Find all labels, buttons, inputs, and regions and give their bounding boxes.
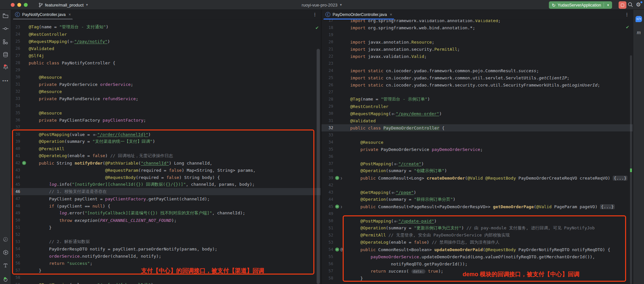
endpoint-icon[interactable]: ▸	[335, 248, 339, 251]
code-line[interactable]: 30@RequestMapping(⊕˅"/pay/demo-order")	[322, 110, 633, 117]
code-line[interactable]: 26import static cn.iocoder.yudao.framewo…	[322, 81, 633, 88]
code-line[interactable]: 22import javax.validation.Valid;	[322, 53, 633, 60]
code-line[interactable]: 34 @Resource	[322, 139, 633, 146]
code-line[interactable]: 37 @PostMapping(⊕˅"/create")	[322, 160, 633, 167]
code-line[interactable]: 51 @Operation(summary = "更新示例订单为已支付") //…	[322, 224, 633, 232]
close-tab-icon[interactable]: ×	[390, 12, 392, 17]
code-line[interactable]: 38 @Operation(summary = "创建示例订单")	[322, 167, 633, 174]
code-line[interactable]: 53 @OperateLog(enable = false) // 禁用操作日志…	[322, 239, 633, 246]
minimize-window-button[interactable]	[17, 3, 21, 7]
code-line[interactable]: 17import org.springframework.validation.…	[322, 20, 633, 24]
code-line[interactable]: 35 @Resource	[11, 109, 321, 116]
code-line[interactable]: 40 @PermitAll	[11, 145, 321, 152]
url-globe-inlay-icon[interactable]: ⊕˅	[93, 283, 97, 284]
code-line[interactable]: 29	[11, 66, 321, 74]
code-line[interactable]: 56 return "success";	[11, 260, 321, 267]
code-line[interactable]: 25@RequestMapping(⊕˅"/pay/notify")	[11, 38, 321, 45]
code-line[interactable]: 27@Slf4j	[11, 52, 321, 59]
code-line[interactable]: 37	[11, 124, 321, 131]
close-window-button[interactable]	[11, 3, 15, 7]
code-line[interactable]: 55 payDemoOrderService.updateDemoOrderPa…	[322, 253, 633, 260]
code-line[interactable]: 32 @Resource	[11, 88, 321, 95]
folded-code-chip[interactable]: {...}	[613, 176, 627, 181]
git-branch-widget[interactable]: feature/mall_product ▼	[38, 0, 88, 10]
code-line[interactable]: 52	[11, 231, 321, 238]
code-line[interactable]: 42▸ public String notifyOrder(@PathVaria…	[11, 159, 321, 167]
code-line[interactable]: 47 PayClient payClient = payClientFactor…	[11, 195, 321, 202]
more-icon[interactable]: •••	[0, 77, 11, 85]
url-globe-inlay-icon[interactable]: ⊕˅	[394, 219, 398, 223]
code-line[interactable]: 25import static cn.iocoder.yudao.framewo…	[322, 74, 633, 81]
inspection-ok-icon[interactable]: ✔	[626, 25, 629, 30]
code-line[interactable]: 28public class PayNotifyController {	[11, 59, 321, 66]
code-line[interactable]: 34	[11, 102, 321, 109]
code-line[interactable]: 54 PayOrderRespDTO notify = payClient.pa…	[11, 245, 321, 252]
commit-icon[interactable]	[0, 25, 11, 33]
code-line[interactable]: 46 // 1. 校验支付渠道是否存在	[11, 188, 321, 195]
rerun-icon[interactable]: ↻	[552, 3, 556, 8]
code-line[interactable]: 24@RestController	[11, 31, 321, 38]
inspection-ok-icon[interactable]: ✔	[315, 25, 319, 30]
code-line[interactable]: 55 orderService.notifyOrder(channelId, n…	[11, 252, 321, 260]
endpoint-icon[interactable]: ▸	[335, 205, 339, 209]
code-line[interactable]: 38 @PostMapping(value = ⊕˅"/order/{chann…	[11, 131, 321, 138]
code-line[interactable]: 53 // 2. 解析通知数据	[11, 238, 321, 245]
tab-paydemoordercontroller[interactable]: C PayDemoOrderController.java ×	[322, 10, 396, 20]
annotation-gutter-icon[interactable]: @	[340, 247, 343, 252]
code-line[interactable]: 42	[322, 182, 633, 189]
close-tab-icon[interactable]: ×	[68, 12, 71, 17]
code-editor-left[interactable]: 23@Tag(name = "管理后台 - 支付通知")24@RestContr…	[11, 20, 321, 284]
endpoint-icon[interactable]: ▸	[22, 161, 26, 165]
code-line[interactable]: 59 @PostMapping(value = ⊕˅"/refund/{chan…	[11, 281, 321, 284]
code-line[interactable]: 39 @Operation(summary = "支付渠道的统一【支付】回调")	[11, 138, 321, 145]
code-line[interactable]: 23@Tag(name = "管理后台 - 支付通知")	[11, 23, 321, 31]
project-selector[interactable]: ruoyi-vue-pro-2023 ▼	[302, 0, 342, 10]
code-line[interactable]: 48 if (payClient == null) {	[11, 202, 321, 210]
code-line[interactable]: 45 log.info("[notifyOrder][channelId({})…	[11, 181, 321, 188]
fold-chevron-icon[interactable]: ❯	[340, 205, 342, 209]
scrollbar-left[interactable]	[317, 49, 320, 284]
url-globe-inlay-icon[interactable]: ⊕˅	[69, 40, 74, 44]
stop-button[interactable]	[619, 1, 626, 9]
api-plugin-icon[interactable]: </>	[633, 15, 644, 23]
chevron-down-icon[interactable]: ▼	[605, 4, 611, 7]
code-line[interactable]: 20import javax.annotation.Resource;	[322, 38, 633, 46]
code-line[interactable]: 49	[322, 210, 633, 217]
code-line[interactable]: 56 notifyReqDTO.getPayOrderId());	[322, 260, 633, 267]
tab-options-icon[interactable]: ⋮	[313, 12, 321, 17]
folded-code-chip[interactable]: {...}	[600, 204, 615, 209]
code-line[interactable]: 39▸❯ public CommonResult<Long> createDem…	[322, 174, 633, 182]
code-line[interactable]: 44 @RequestBody(required = false) String…	[11, 174, 321, 181]
code-line[interactable]: 27	[322, 88, 633, 96]
code-line[interactable]: 29@RestController	[322, 103, 633, 110]
code-line[interactable]: 51 }	[11, 224, 321, 231]
code-line[interactable]: 31@Validated	[322, 117, 633, 124]
code-line[interactable]: 21import javax.annotation.security.Permi…	[322, 46, 633, 53]
maximize-window-button[interactable]	[24, 3, 28, 7]
url-globe-inlay-icon[interactable]: ⊕˅	[394, 162, 398, 166]
pane-splitter[interactable]	[321, 10, 322, 284]
code-line[interactable]: 30 @Resource	[11, 74, 321, 81]
run-configuration-widget[interactable]: ↻ YudaoServerApplication ▼	[549, 1, 612, 9]
code-line[interactable]: 36 private PayClientFactory payClientFac…	[11, 116, 321, 124]
maven-icon[interactable]: m	[633, 29, 644, 36]
code-line[interactable]: 26@Validated	[11, 45, 321, 52]
code-line[interactable]: 24import static cn.iocoder.yudao.framewo…	[322, 67, 633, 74]
code-line[interactable]: 18import org.springframework.web.bind.an…	[322, 24, 633, 31]
code-line[interactable]: 44 @Operation(summary = "获得示例订单分页")	[322, 196, 633, 203]
code-line[interactable]: 45▸❯ public CommonResult<PageResult<PayD…	[322, 203, 633, 210]
services-icon[interactable]	[0, 249, 11, 256]
tab-options-icon[interactable]: ⋮	[625, 12, 633, 17]
build-hammer-icon[interactable]	[0, 262, 11, 269]
database-icon[interactable]	[0, 51, 11, 59]
code-line[interactable]: 41 @OperateLog(enable = false) // 回调地址，无…	[11, 152, 321, 159]
structure-icon[interactable]	[0, 38, 11, 46]
code-line[interactable]: 49 log.error("[notifyCallback][渠道编号({}) …	[11, 210, 321, 217]
code-line[interactable]: 35 private PayDemoOrderService payDemoOr…	[322, 146, 633, 153]
url-globe-inlay-icon[interactable]: ⊕˅	[93, 133, 97, 137]
url-globe-inlay-icon[interactable]: ⊕˅	[391, 112, 396, 116]
code-line[interactable]: 43 @GetMapping(⊕˅"/page")	[322, 189, 633, 196]
project-folder-icon[interactable]	[0, 12, 11, 20]
tab-paynotifycontroller[interactable]: C PayNotifyController.java ×	[11, 10, 75, 20]
window-controls[interactable]	[11, 3, 28, 7]
